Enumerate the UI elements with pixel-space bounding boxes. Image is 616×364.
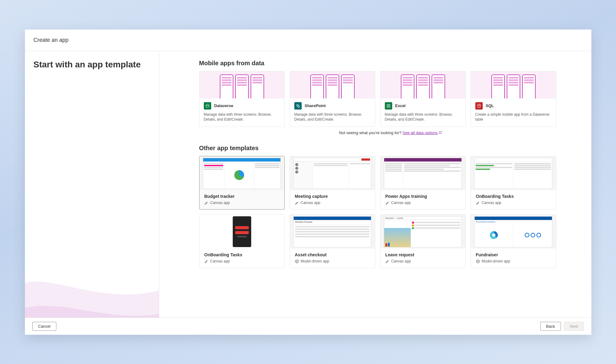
sharepoint-icon xyxy=(294,102,302,110)
svg-point-4 xyxy=(477,104,480,105)
template-title: Power Apps training xyxy=(385,194,461,199)
template-title: Leave request xyxy=(385,252,461,257)
svg-point-7 xyxy=(492,234,495,237)
template-preview: ⊞ Active Products xyxy=(290,215,375,249)
pencil-icon xyxy=(204,201,208,205)
card-description: Manage data with three screens: Browse, … xyxy=(294,112,371,122)
svg-point-8 xyxy=(525,233,529,237)
card-title: SQL xyxy=(486,103,494,108)
create-app-dialog: Create an app Start with an app template… xyxy=(25,30,591,335)
excel-icon xyxy=(385,102,392,110)
sidebar-title: Start with an app template xyxy=(34,60,150,70)
pencil-icon xyxy=(385,259,389,263)
template-meeting-capture[interactable]: Meeting capture Canvas app xyxy=(290,156,375,210)
sidebar: Start with an app template xyxy=(25,51,159,318)
card-preview xyxy=(380,71,465,98)
external-link-icon xyxy=(438,131,442,135)
section-mobile-title: Mobile apps from data xyxy=(199,60,582,67)
template-asset-checkout[interactable]: ⊞ Active Products Asset checkout Model-d… xyxy=(290,214,375,268)
template-type: Canvas app xyxy=(476,201,551,205)
svg-point-10 xyxy=(537,233,541,237)
back-button[interactable]: Back xyxy=(540,322,561,331)
cube-icon xyxy=(295,259,299,263)
template-title: Fundraiser xyxy=(476,252,551,257)
dataverse-icon xyxy=(204,102,211,110)
template-title: Asset checkout xyxy=(295,252,370,257)
svg-point-0 xyxy=(206,104,209,107)
sql-icon xyxy=(475,102,483,110)
see-all-data-options-link[interactable]: See all data options xyxy=(403,130,442,135)
svg-point-2 xyxy=(298,106,300,107)
dialog-header: Create an app xyxy=(25,30,591,51)
template-title: OnBoarding Tasks xyxy=(204,252,280,257)
template-preview xyxy=(199,156,284,190)
template-power-apps-training[interactable]: Power Apps training Canvas app xyxy=(380,156,466,210)
card-title: SharePoint xyxy=(305,103,326,108)
card-description: Manage data with three screens: Browse, … xyxy=(385,112,461,122)
card-title: Excel xyxy=(395,103,406,108)
pencil-icon xyxy=(204,259,208,263)
pencil-icon xyxy=(385,201,389,205)
pencil-icon xyxy=(476,201,480,205)
other-templates-grid: Budget tracker Canvas app xyxy=(199,156,582,268)
card-sql[interactable]: SQL Create a simple mobile app from a Da… xyxy=(471,71,556,127)
template-preview: REQUEST < LEAVE xyxy=(380,215,465,249)
template-preview xyxy=(380,156,465,190)
template-preview xyxy=(471,156,556,190)
card-title: Dataverse xyxy=(214,103,233,108)
card-description: Create a simple mobile app from a Datave… xyxy=(475,112,552,122)
card-sharepoint[interactable]: SharePoint Manage data with three screen… xyxy=(290,71,375,127)
template-leave-request[interactable]: REQUEST < LEAVE Leave request Canvas app xyxy=(380,214,466,268)
pencil-icon xyxy=(295,201,299,205)
card-preview xyxy=(290,71,375,98)
template-title: OnBoarding Tasks xyxy=(476,194,551,199)
template-preview xyxy=(290,156,375,190)
dialog-title: Create an app xyxy=(34,37,69,43)
template-title: Budget tracker xyxy=(204,194,280,199)
next-button[interactable]: Next xyxy=(564,322,584,331)
cube-icon xyxy=(476,259,480,263)
not-seeing-text: Not seeing what you're looking for? xyxy=(339,130,402,135)
template-onboarding-tasks-2[interactable]: OnBoarding Tasks Canvas app xyxy=(199,214,285,268)
template-title: Meeting capture xyxy=(295,194,370,199)
svg-point-9 xyxy=(531,233,535,237)
template-type: Model-driven app xyxy=(295,259,370,263)
card-dataverse[interactable]: Dataverse Manage data with three screens… xyxy=(199,71,285,127)
template-type: Canvas app xyxy=(385,259,461,263)
template-preview: ⊕ Fundraiser Donations xyxy=(471,215,556,249)
template-type: Canvas app xyxy=(204,201,280,205)
template-type: Canvas app xyxy=(204,259,280,263)
template-fundraiser[interactable]: ⊕ Fundraiser Donations Fundraiser Model-… xyxy=(471,214,556,268)
card-preview xyxy=(471,71,556,98)
template-onboarding-tasks-1[interactable]: OnBoarding Tasks Canvas app xyxy=(471,156,556,210)
card-description: Manage data with three screens: Browse, … xyxy=(204,112,280,122)
main-content: Mobile apps from data xyxy=(159,51,591,318)
decorative-wave xyxy=(25,188,159,318)
card-excel[interactable]: Excel Manage data with three screens: Br… xyxy=(380,71,466,127)
cancel-button[interactable]: Cancel xyxy=(32,322,56,331)
template-preview xyxy=(199,215,284,249)
template-type: Model-driven app xyxy=(476,259,551,263)
card-preview xyxy=(199,71,284,98)
section-other-title: Other app templates xyxy=(199,145,582,152)
template-type: Canvas app xyxy=(385,201,461,205)
template-type: Canvas app xyxy=(295,201,370,205)
not-seeing-line: Not seeing what you're looking for? See … xyxy=(199,130,582,135)
mobile-apps-grid: Dataverse Manage data with three screens… xyxy=(199,71,582,127)
dialog-body: Start with an app template Mobile apps f… xyxy=(25,51,591,318)
dialog-footer: Cancel Back Next xyxy=(25,318,591,335)
template-budget-tracker[interactable]: Budget tracker Canvas app xyxy=(199,156,285,210)
